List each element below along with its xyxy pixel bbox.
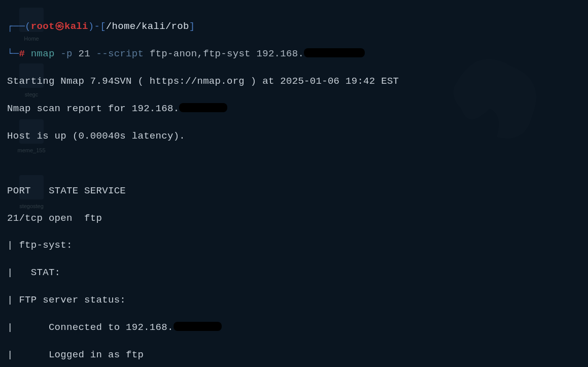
redacted-ip (304, 48, 365, 57)
output-line: | STAT: (7, 266, 581, 280)
prompt-line-1: ┌──(root㉿kali)-[/home/kali/rob] (7, 20, 581, 34)
output-line: | Connected to 192.168. (7, 321, 581, 335)
redacted-ip (174, 322, 222, 331)
output-line: | Logged in as ftp (7, 348, 581, 362)
terminal-output[interactable]: ┌──(root㉿kali)-[/home/kali/rob] └─# nmap… (7, 6, 581, 367)
output-line: | ftp-syst: (7, 239, 581, 252)
output-line: 21/tcp open ftp (7, 212, 581, 225)
output-line (7, 157, 581, 171)
command-line: └─# nmap -p 21 --script ftp-anon,ftp-sys… (7, 47, 581, 61)
output-line: Starting Nmap 7.94SVN ( https://nmap.org… (7, 75, 581, 88)
output-line: | FTP server status: (7, 293, 581, 307)
output-line: Host is up (0.00040s latency). (7, 129, 581, 143)
output-line: PORT STATE SERVICE (7, 184, 581, 198)
output-line: Nmap scan report for 192.168. (7, 102, 581, 116)
redacted-ip (179, 103, 227, 112)
